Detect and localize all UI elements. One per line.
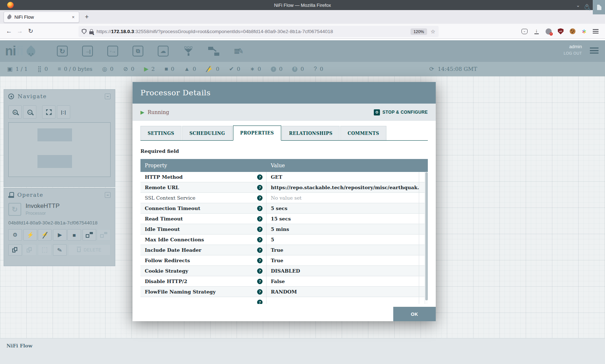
drag-funnel-icon[interactable] [182,44,195,58]
ublock-origin-icon[interactable]: uO [558,28,564,35]
help-icon[interactable] [257,185,263,190]
tab-RELATIONSHIPS[interactable]: RELATIONSHIPS [282,126,340,140]
table-scrollbar[interactable] [425,172,428,304]
operate-title: Operate [17,192,105,198]
help-icon[interactable] [257,216,263,222]
status-stale: ↑0 [271,66,283,72]
tracking-shield-icon[interactable] [82,29,86,34]
property-row: Follow Redirects True [140,255,425,266]
run-status-label: Running [148,109,169,115]
flow-settings-button[interactable] [593,0,605,14]
search-icon [584,5,589,10]
property-row [140,297,425,304]
drag-process-group-icon[interactable]: ⧉ [131,44,145,58]
extension-proxy-icon[interactable]: × [546,28,552,35]
help-icon[interactable] [257,227,263,232]
help-icon[interactable] [257,289,263,295]
properties-table-header: Property Value [140,159,428,172]
trash-icon [77,248,81,252]
url-text[interactable]: https://172.18.0.3:32558/nifi/?processGr… [97,29,408,34]
cookie-extension-icon[interactable] [570,28,575,34]
tab-SCHEDULING[interactable]: SCHEDULING [182,126,232,140]
disable-button[interactable]: ⚡ [38,229,51,241]
dialog-status-bar: ▶ Running ⚙ STOP & CONFIGURE [133,104,436,121]
scrollbar-thumb[interactable] [425,172,428,300]
bookmark-star-icon[interactable]: ☆ [431,28,435,35]
create-template-button[interactable] [82,229,96,241]
back-button[interactable]: ← [4,26,14,37]
minimap-component [37,128,72,141]
global-menu-icon[interactable] [590,47,599,54]
drag-output-port-icon[interactable]: ◦→ [106,44,120,58]
stop-and-configure-button[interactable]: ⚙ STOP & CONFIGURE [374,109,428,115]
last-refreshed-time: 14:45:08 GMT [438,66,477,72]
tab-COMMENTS[interactable]: COMMENTS [340,126,386,140]
start-button[interactable]: ▶ [53,229,67,241]
downloads-icon[interactable]: ↓ [534,28,539,34]
selected-component-type: Processor [26,211,59,216]
property-row: Idle Timeout 5 mins [140,224,425,235]
stop-button[interactable]: ■ [67,229,81,241]
status-disabled: ⚡0 [206,66,219,72]
status-stopped: ■0 [165,66,174,72]
zoom-in-button[interactable]: + [8,105,22,119]
group-button [38,244,51,256]
current-user: admin [564,44,582,49]
url-bar[interactable]: ▲ https://172.18.0.3:32558/nifi/?process… [79,26,439,37]
browser-menu-icon[interactable] [593,29,599,33]
status-not-transmitting: ⊘0 [123,66,134,72]
breadcrumb[interactable]: NiFi Flow [6,343,32,349]
window-minimize-icon[interactable]: ⌄ [576,3,580,8]
logout-link[interactable]: LOG OUT [564,51,582,55]
drag-processor-icon[interactable]: ↻ [55,44,69,58]
new-tab-button[interactable]: + [82,12,91,22]
refresh-icon[interactable]: ⟳ [429,66,434,72]
zoom-actual-size-button[interactable]: |:| [57,105,70,119]
navigate-collapse-button[interactable]: − [105,94,111,99]
extension-asterisk-icon[interactable]: ∗ [582,28,587,35]
operate-collapse-button[interactable]: − [105,192,111,198]
running-icon: ▶ [144,66,148,72]
tab-close-icon[interactable]: × [71,14,75,20]
drag-input-port-icon[interactable]: →| [81,44,94,58]
properties-table-body: HTTP Method GET Remote URL https://repo.… [140,172,428,304]
property-row: FlowFile Naming Strategy RANDOM [140,287,425,297]
page-zoom-badge[interactable]: 120% [411,28,427,35]
stop-configure-gear-icon: ⚙ [374,109,380,115]
help-icon[interactable] [257,195,263,201]
change-color-button[interactable]: ✎ [53,244,67,256]
tab-PROPERTIES[interactable]: PROPERTIES [233,126,281,141]
pocket-icon[interactable]: ⌄ [521,29,528,34]
birdseye-minimap[interactable] [8,122,111,177]
configure-button[interactable]: ⚙ [8,229,22,241]
help-icon[interactable] [257,237,263,242]
lock-warning-icon[interactable]: ▲ [89,29,94,35]
reload-button[interactable]: ↻ [25,26,36,37]
copy-button[interactable] [8,244,22,256]
processor-details-dialog: Processor Details ▶ Running ⚙ STOP & CON… [133,82,436,321]
help-icon[interactable] [257,206,263,211]
help-icon[interactable] [257,258,263,263]
tab-SETTINGS[interactable]: SETTINGS [140,126,182,140]
drag-remote-process-group-icon[interactable]: ☁ [156,44,170,58]
help-icon[interactable] [257,279,263,284]
window-title: NiFi Flow — Mozilla Firefox [0,3,605,8]
zoom-fit-button[interactable] [42,105,55,119]
group-icon [42,247,47,252]
browser-tab[interactable]: NiFi Flow × [4,12,79,23]
ok-button[interactable]: OK [393,307,436,321]
dialog-tabs: SETTINGSSCHEDULINGPROPERTIESRELATIONSHIP… [140,126,428,141]
help-icon[interactable] [257,300,263,304]
drag-template-icon[interactable] [207,44,220,58]
selected-component-id: 04b8fd14-80a9-30e2-8b1a-7cf067544018 [8,220,111,226]
help-icon[interactable] [257,247,263,253]
enable-button[interactable]: ⚡ [23,229,37,241]
minimap-component [37,155,72,168]
search-button[interactable] [581,0,593,14]
nifi-favicon-icon [6,14,12,20]
help-icon[interactable] [257,268,263,274]
drag-label-icon[interactable]: ≣✎ [232,44,246,58]
zoom-out-button[interactable]: − [23,105,36,119]
property-column-header: Property [140,163,266,168]
help-icon[interactable] [257,174,263,180]
